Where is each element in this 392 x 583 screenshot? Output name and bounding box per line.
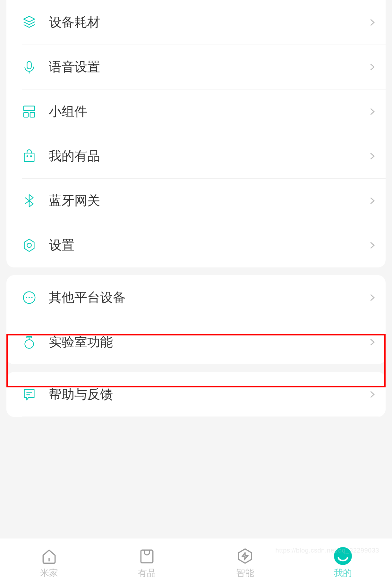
svg-rect-1: [24, 106, 35, 110]
list-item-label: 小组件: [49, 103, 368, 120]
settings-section-2: 其他平台设备 实验室功能: [6, 275, 386, 364]
chevron-right-icon: [368, 390, 377, 399]
chevron-right-icon: [368, 241, 377, 250]
tab-label: 有品: [138, 567, 156, 579]
list-item-label: 其他平台设备: [49, 289, 368, 306]
list-item-voice[interactable]: 语音设置: [6, 45, 386, 89]
svg-point-11: [29, 297, 30, 298]
list-item-consumables[interactable]: 设备耗材: [6, 0, 386, 45]
tab-home[interactable]: 米家: [0, 538, 98, 583]
svg-point-12: [31, 297, 33, 298]
bag-icon: [22, 149, 37, 164]
chevron-right-icon: [368, 293, 377, 302]
svg-point-10: [26, 297, 27, 298]
svg-rect-4: [24, 153, 34, 162]
tab-smart[interactable]: 智能: [196, 538, 294, 583]
svg-point-6: [30, 156, 31, 156]
svg-marker-16: [239, 549, 251, 563]
smart-icon: [236, 547, 254, 565]
layers-icon: [22, 15, 37, 30]
tab-label: 智能: [236, 567, 254, 579]
gear-icon: [22, 238, 37, 253]
svg-rect-15: [141, 550, 153, 563]
list-item-label: 语音设置: [49, 58, 368, 76]
svg-rect-0: [27, 61, 31, 69]
list-item-bluetooth[interactable]: 蓝牙网关: [6, 178, 386, 223]
list-item-settings[interactable]: 设置: [6, 223, 386, 267]
chevron-right-icon: [368, 196, 377, 205]
settings-section-1: 设备耗材 语音设置: [6, 0, 386, 267]
svg-point-5: [27, 156, 28, 156]
tab-mine[interactable]: 我的: [294, 538, 392, 583]
svg-point-8: [27, 243, 31, 247]
chevron-right-icon: [368, 107, 377, 116]
dots-circle-icon: [22, 290, 37, 305]
tab-shop[interactable]: 有品: [98, 538, 196, 583]
chevron-right-icon: [368, 63, 377, 72]
watermark: https://blog.csdn.net/qq_32299033: [276, 547, 379, 554]
list-item-widgets[interactable]: 小组件: [6, 89, 386, 134]
list-item-other-platform[interactable]: 其他平台设备: [6, 275, 386, 320]
list-item-label: 实验室功能: [49, 333, 368, 351]
bottom-tabbar: 米家 有品 智能 我的: [0, 538, 392, 583]
chat-icon: [22, 387, 37, 402]
tab-label: 米家: [40, 567, 58, 579]
svg-marker-7: [24, 239, 34, 251]
chevron-right-icon: [368, 152, 377, 161]
widgets-icon: [22, 104, 37, 119]
list-item-label: 蓝牙网关: [49, 192, 368, 209]
settings-section-3: 帮助与反馈: [6, 372, 386, 417]
list-item-youpin[interactable]: 我的有品: [6, 134, 386, 178]
home-icon: [40, 547, 58, 565]
shop-icon: [138, 547, 156, 565]
chevron-right-icon: [368, 18, 377, 27]
svg-point-14: [25, 340, 34, 348]
main-content: 设备耗材 语音设置: [0, 0, 392, 538]
svg-rect-2: [24, 112, 28, 117]
svg-rect-3: [30, 112, 35, 117]
mic-icon: [22, 60, 37, 74]
bluetooth-icon: [22, 193, 37, 208]
list-item-label: 帮助与反馈: [49, 385, 368, 403]
list-item-label: 我的有品: [49, 147, 368, 165]
list-item-label: 设置: [49, 236, 368, 254]
tab-label: 我的: [334, 567, 352, 579]
list-item-label: 设备耗材: [49, 13, 368, 31]
chevron-right-icon: [368, 338, 377, 347]
list-item-placeholder: [6, 417, 386, 417]
list-item-lab[interactable]: 实验室功能: [6, 320, 386, 364]
flask-icon: [22, 335, 37, 350]
list-item-help[interactable]: 帮助与反馈: [6, 372, 386, 417]
